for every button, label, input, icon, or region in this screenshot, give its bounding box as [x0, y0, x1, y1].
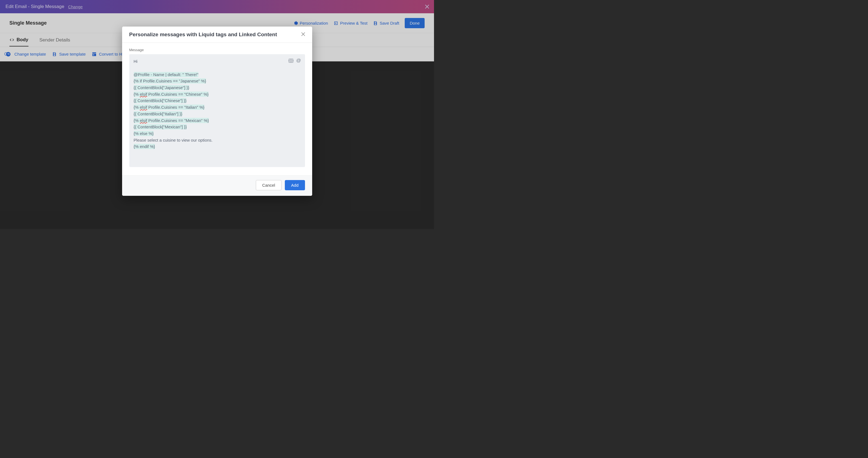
at-mention-tool[interactable]: @: [296, 57, 301, 64]
liquid-tag-tool[interactable]: {{}}: [288, 57, 294, 64]
close-icon: [301, 32, 305, 37]
modal-close-button[interactable]: [301, 32, 305, 37]
editor-line: {{ ContentBlock["Chinese"] }}: [134, 97, 301, 104]
editor-line: {% endif %}: [134, 143, 301, 150]
modal-body: Message {{}} @ Hi @Profile - Name | defa…: [122, 43, 312, 175]
cancel-button[interactable]: Cancel: [256, 180, 281, 190]
modal-title: Personalize messages with Liquid tags an…: [129, 31, 277, 38]
editor-content: Hi @Profile - Name | default: " There!" …: [134, 58, 301, 150]
message-label: Message: [129, 48, 305, 52]
editor-line: Please select a cuisine to view our opti…: [134, 137, 301, 144]
message-editor[interactable]: {{}} @ Hi @Profile - Name | default: " T…: [129, 54, 305, 167]
personalize-modal: Personalize messages with Liquid tags an…: [122, 27, 312, 196]
modal-header: Personalize messages with Liquid tags an…: [122, 27, 312, 43]
editor-line: @Profile - Name | default: " There!": [134, 71, 301, 78]
editor-line: {% elsif Profile.Cuisines == "Mexican" %…: [134, 117, 301, 124]
editor-line: {{ ContentBlock["Italian"] }}: [134, 111, 301, 117]
editor-tools: {{}} @: [288, 57, 301, 64]
editor-line: {% else %}: [134, 130, 301, 137]
editor-line: {% elsif Profile.Cuisines == "Chinese" %…: [134, 91, 301, 97]
add-button[interactable]: Add: [285, 180, 305, 190]
editor-line: {{ ContentBlock["Mexican"] }}: [134, 124, 301, 130]
editor-line: {% if Profile.Cuisines == "Japanese" %}: [134, 78, 301, 84]
editor-line: {{ ContentBlock["Japanese"] }}: [134, 84, 301, 91]
editor-line: Hi: [134, 58, 301, 65]
editor-line-blank: [134, 65, 301, 71]
modal-footer: Cancel Add: [122, 175, 312, 196]
editor-line: {% elsif Profile.Cuisines == "Italian" %…: [134, 104, 301, 111]
